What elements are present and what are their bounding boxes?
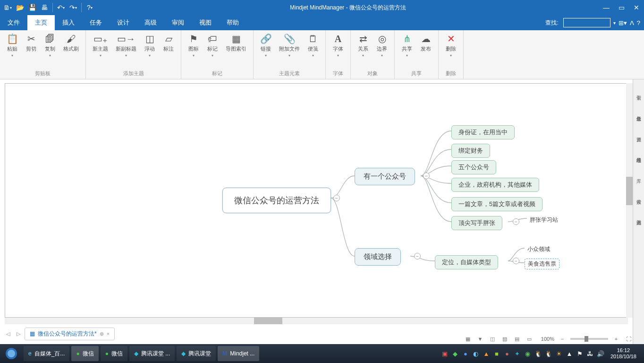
- font-button[interactable]: A字体▾: [329, 32, 347, 67]
- branch1-topic[interactable]: 有一个公众号: [355, 168, 415, 185]
- filter-icon[interactable]: ▦: [464, 335, 472, 343]
- minimize-button[interactable]: —: [599, 1, 614, 14]
- map-index-button[interactable]: ▦导图索引: [222, 32, 250, 67]
- tab-next-icon[interactable]: ▷: [14, 329, 23, 338]
- vertical-scrollbar[interactable]: [626, 83, 633, 318]
- tab-prev-icon[interactable]: ◁: [4, 329, 12, 338]
- calendar-icon[interactable]: ▭: [525, 335, 534, 343]
- task-mindjet[interactable]: MMindjet ...: [218, 346, 259, 361]
- sidebar-browser[interactable]: 浏览器: [634, 207, 644, 226]
- view3-icon[interactable]: ▤: [513, 335, 521, 343]
- toggle-branch2-child[interactable]: −: [513, 258, 519, 264]
- tray-icon[interactable]: ◆: [451, 349, 459, 358]
- task-tencent-2[interactable]: ◆腾讯课堂: [177, 346, 216, 361]
- format-painter-button[interactable]: 🖌格式刷: [59, 32, 83, 67]
- leaf-4[interactable]: 企业，政府机构，其他媒体: [451, 178, 539, 192]
- help-icon[interactable]: ?: [637, 19, 640, 26]
- attach-button[interactable]: 📎附加文件▾: [275, 32, 304, 67]
- toggle-branch1[interactable]: −: [423, 173, 430, 179]
- tray-icon[interactable]: ▲: [565, 349, 574, 358]
- toggle-root[interactable]: −: [333, 195, 340, 201]
- undo-icon[interactable]: ↶▾: [55, 2, 67, 13]
- menu-review[interactable]: 审阅: [164, 15, 192, 30]
- branch2-child[interactable]: 定位，自媒体类型: [435, 255, 498, 269]
- layout-icon[interactable]: ⊞▾: [619, 19, 627, 26]
- fit-icon[interactable]: ⛶: [624, 335, 633, 343]
- close-button[interactable]: ✕: [629, 1, 644, 14]
- new-topic-button[interactable]: ▭₊新主题▾: [89, 32, 112, 67]
- leaf-2[interactable]: 绑定财务: [451, 144, 490, 158]
- menu-help[interactable]: 帮助: [219, 15, 246, 30]
- menu-view[interactable]: 视图: [192, 15, 219, 30]
- redo-icon[interactable]: ↷▾: [68, 2, 79, 13]
- tray-icon[interactable]: ▲: [482, 349, 491, 358]
- tray-icon[interactable]: ●: [503, 349, 511, 358]
- sidebar-library[interactable]: 库: [634, 165, 644, 184]
- open-icon[interactable]: 📂: [14, 2, 25, 13]
- publish-button[interactable]: ☁发布: [416, 32, 435, 67]
- sidebar-taskinfo[interactable]: 任务信息: [634, 103, 644, 122]
- zoom-in-icon[interactable]: +: [612, 335, 620, 343]
- branch2-sub1[interactable]: 小众领域: [525, 244, 553, 254]
- toggle-leaf6[interactable]: −: [513, 218, 519, 225]
- collapse-ribbon-icon[interactable]: ᐱ: [630, 19, 634, 26]
- print-icon[interactable]: 🖶: [39, 2, 50, 13]
- menu-design[interactable]: 设计: [110, 15, 137, 30]
- tag-button[interactable]: 🏷标记▾: [203, 32, 222, 67]
- taskbar-clock[interactable]: 16:12 2018/10/18: [607, 347, 640, 360]
- branch2-topic[interactable]: 领域选择: [355, 248, 401, 266]
- speaker-icon[interactable]: 🔊: [596, 349, 605, 358]
- share-button[interactable]: ⋔共享▾: [398, 32, 416, 67]
- search-input[interactable]: [563, 18, 610, 27]
- zoom-out-icon[interactable]: −: [558, 335, 567, 343]
- callout-button[interactable]: ▱标注: [159, 32, 178, 67]
- new-subtopic-button[interactable]: ▭→新副标题▾: [112, 32, 140, 67]
- notes-button[interactable]: 🗒便笺▾: [304, 32, 322, 67]
- view2-icon[interactable]: ▧: [500, 335, 509, 343]
- toggle-branch2[interactable]: −: [414, 253, 421, 259]
- leaf-5[interactable]: 一篇文章，5篇文章或者视频: [451, 197, 542, 211]
- document-tab[interactable]: ▦ 微信公众号的运营方法* ⊗ ×: [25, 328, 115, 340]
- leaf-1[interactable]: 身份证，在用当中: [451, 125, 515, 139]
- task-wechat-1[interactable]: ●微信: [71, 346, 98, 361]
- floating-button[interactable]: ◫浮动▾: [140, 32, 159, 67]
- relationship-button[interactable]: ⇄关系▾: [354, 32, 373, 67]
- view1-icon[interactable]: ◫: [488, 335, 497, 343]
- save-icon[interactable]: 💾: [26, 2, 38, 13]
- tray-icon[interactable]: ▣: [441, 349, 449, 358]
- icon-button[interactable]: ⚑图标▾: [184, 32, 203, 67]
- start-button[interactable]: [0, 344, 23, 363]
- leaf-3[interactable]: 五个公众号: [451, 160, 496, 174]
- task-wechat-2[interactable]: ●微信: [101, 346, 127, 361]
- menu-home[interactable]: 主页: [27, 15, 55, 30]
- pin-icon[interactable]: ⊗: [100, 331, 104, 337]
- menu-advanced[interactable]: 高级: [137, 15, 164, 30]
- network-icon[interactable]: 🖧: [586, 349, 594, 358]
- menu-tasks[interactable]: 任务: [82, 15, 110, 30]
- link-button[interactable]: 🔗链接▾: [256, 32, 275, 67]
- tray-icon[interactable]: ✦: [513, 349, 522, 358]
- help-icon[interactable]: ?▾: [84, 2, 95, 13]
- sidebar-components[interactable]: 思维组件: [634, 145, 644, 164]
- tab-close-icon[interactable]: ×: [107, 331, 110, 337]
- new-icon[interactable]: 🗎▾: [2, 2, 13, 13]
- cut-button[interactable]: ✂剪切: [22, 32, 41, 67]
- menu-file[interactable]: 文件: [0, 15, 27, 30]
- maximize-button[interactable]: ▭: [614, 1, 629, 14]
- tray-icon[interactable]: ☀: [555, 349, 563, 358]
- boundary-button[interactable]: ◎边界▾: [373, 32, 391, 67]
- leaf-6-sub[interactable]: 胖张学习站: [527, 215, 561, 225]
- flag-icon[interactable]: ⚑: [576, 349, 584, 358]
- branch2-sub2-selected[interactable]: 美食选售票: [525, 259, 559, 269]
- tray-icon[interactable]: ●: [461, 349, 470, 358]
- tray-icon[interactable]: 🐧: [534, 349, 542, 358]
- tray-icon[interactable]: ◐: [472, 349, 480, 358]
- sidebar-resources[interactable]: 资源: [634, 124, 644, 143]
- mindmap-canvas[interactable]: 微信公众号的运营方法 − 有一个公众号 − 身份证，在用当中 绑定财务 五个公众…: [5, 83, 628, 318]
- leaf-6[interactable]: 顶尖写手胖张: [451, 216, 502, 230]
- task-browser[interactable]: e自媒体_百...: [24, 346, 69, 361]
- sidebar-search[interactable]: 搜索: [634, 186, 644, 205]
- zoom-slider[interactable]: [570, 338, 608, 340]
- sidebar-index[interactable]: 索引: [634, 82, 644, 101]
- tray-icon[interactable]: 🐧: [544, 349, 553, 358]
